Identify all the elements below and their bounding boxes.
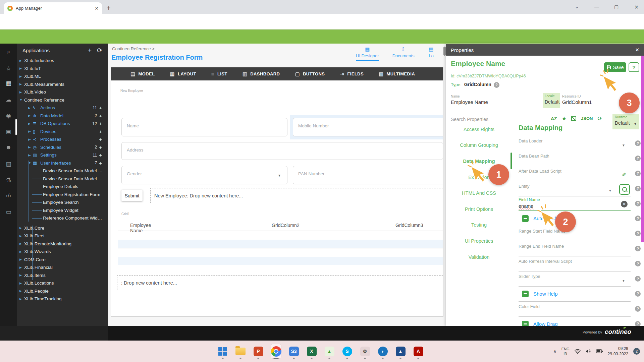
grid-column-header[interactable]: GridColumn2 [272,223,299,228]
category-validation[interactable]: Validation [446,249,512,265]
add-item-button[interactable]: + [99,113,102,119]
name-field[interactable]: Name Employee Name [451,95,540,107]
form-field-pan-number[interactable]: PAN Number [293,166,443,184]
tree-item-employee-search[interactable]: Employee Search [17,198,108,206]
refresh-icon[interactable]: ⟳ [97,47,102,54]
dropdown-caret-icon[interactable]: ▼ [622,143,625,147]
toolbar-fields-button[interactable]: ⇥FIELDS [340,71,364,77]
category-print-options[interactable]: Print Options [446,201,512,217]
taskbar-chrome-icon[interactable] [271,344,281,359]
dropdown-caret-icon[interactable]: ▼ [608,189,612,192]
notification-badge[interactable]: 2 [633,348,640,355]
tree-item-xlib-video[interactable]: ▶XLib.Video [17,88,108,96]
tree-item-employee-details[interactable]: Employee Details [17,183,108,191]
taskbar-snipping-icon[interactable]: ▲ [324,344,335,359]
field-help-icon[interactable]: ? [635,186,641,191]
tab-search-icon[interactable]: ⌄ [575,4,579,9]
field-help-icon[interactable]: ? [635,261,641,266]
prop-row-range-start-field-name[interactable]: Range Start Field Name? [519,226,631,241]
window-close-icon[interactable]: ✕ [634,4,639,10]
user-icon[interactable]: ☻ [0,144,17,151]
field-help-icon[interactable]: ? [635,140,641,146]
language-indicator[interactable]: ENGIN [561,347,570,356]
grid-column-header[interactable]: Employee Name [130,223,151,233]
tree-item-xlib-wizards[interactable]: ▶XLib.Wizards [17,248,108,256]
field-help-icon[interactable]: ? [635,156,641,161]
prop-row-allow-drag[interactable]: Allow Drag? [519,317,631,326]
tree-item-cdm-core[interactable]: ▶CDM.Core [17,256,108,264]
tree-item-actions[interactable]: ▶ϟActions11+ [17,104,108,112]
prop-row-color-field[interactable]: Color Field? [519,302,631,317]
tree-item-device-sensor-data-model-[interactable]: Device Sensor Data Model … [17,175,108,183]
tab-close-icon[interactable]: ✕ [95,6,99,11]
dropzone-new-employee[interactable]: New Employee: Drop new content here... [150,188,443,203]
tree-item-db-operations[interactable]: ▶≣DB Operations12+ [17,120,108,128]
lab-flask-icon[interactable]: ⚗ [0,176,17,183]
checkbox-indeterminate-icon[interactable] [522,215,529,222]
taskbar-file-explorer-icon[interactable] [235,344,246,359]
tab-lo[interactable]: ▤Lo [428,46,434,61]
tree-item-schedules[interactable]: ▶◷Schedules2+ [17,143,108,152]
clock[interactable]: 09:2929-03-2022 [608,346,628,357]
field-help-icon[interactable]: ? [635,201,641,206]
package-icon[interactable]: ▣ [0,128,17,135]
toolbar-list-button[interactable]: ≡LIST [211,71,227,77]
scrollbar-thumb[interactable] [443,47,446,56]
prop-row-range-end-field-name[interactable]: Range End Field Name? [519,241,631,256]
field-help-icon[interactable]: ? [635,231,641,236]
window-icon[interactable]: ▭ [0,208,17,216]
breadcrumb[interactable]: Contineo Reference > [112,46,155,51]
tree-item-devices[interactable]: ▶▯Devices+ [17,128,108,136]
prop-row-data-loader[interactable]: Data Loader▼? [519,136,631,151]
code-icon[interactable]: ‹/› [0,192,17,199]
panel-close-icon[interactable]: ✕ [635,47,639,53]
entity-search-button[interactable] [619,184,630,195]
tree-item-xlib-industries[interactable]: ▶XLib.Industries [17,57,108,65]
field-help-icon[interactable]: ? [635,276,641,282]
taskbar-powerpoint-icon[interactable]: P [253,344,264,359]
dropdown-caret-icon[interactable]: ▼ [622,279,625,283]
battery-icon[interactable] [596,349,603,353]
checkbox-indeterminate-icon[interactable] [522,321,529,326]
tree-item-xlib-core[interactable]: ▶XLib.Core [17,224,108,232]
prop-row-slider-type[interactable]: Slider Type▼? [519,272,631,287]
favorites-star-icon[interactable]: ☆ [0,65,17,72]
sort-az-icon[interactable]: AZ [551,116,557,121]
favorites-star-icon[interactable]: ★ [562,115,567,122]
add-item-button[interactable]: + [99,160,102,166]
add-item-button[interactable]: + [99,121,102,126]
media-ball-icon[interactable]: ◉ [0,112,17,119]
tree-item-xlib-people[interactable]: ▶XLib.People [17,287,108,295]
tree-item-xlib-financial[interactable]: ▶XLib.Financial [17,263,108,272]
prop-row-entity[interactable]: Entity▼? [519,181,631,196]
search-icon[interactable]: ⌕ [0,49,17,55]
field-help-icon[interactable]: ? [635,246,641,251]
contacts-card-icon[interactable]: ▤ [0,161,17,168]
volume-icon[interactable] [586,349,591,354]
cloud-icon[interactable]: ☁ [0,96,17,103]
add-item-button[interactable]: + [99,129,102,134]
tree-item-xlib-locations[interactable]: ▶XLib.Locations [17,279,108,287]
tree-item-device-sensor-data-model-[interactable]: Device Sensor Data Model … [17,167,108,175]
category-column-grouping[interactable]: Column Grouping [446,137,512,154]
toolbar-layout-button[interactable]: ▦LAYOUT [170,71,196,77]
add-item-button[interactable]: + [99,152,102,158]
refresh-icon[interactable]: ⟳ [597,115,602,122]
tree-item-xlib-timetracking[interactable]: ▶XLib.TimeTracking [17,295,108,303]
submit-button[interactable]: Submit [121,190,143,201]
clear-icon[interactable]: ✕ [621,201,628,207]
tree-item-processes[interactable]: ▶≺Processes+ [17,135,108,143]
hide-empty-icon[interactable] [571,116,576,121]
maximize-icon[interactable]: ▢ [614,4,619,9]
grid-column-header[interactable]: GridColumn3 [395,223,423,228]
tree-item-reference-component-wid-[interactable]: Reference Component Wid… [17,214,108,222]
prop-row-show-help[interactable]: Show Help? [519,287,631,302]
json-toggle[interactable]: JSON [581,116,593,121]
tree-item-xlib-ml[interactable]: ▶XLib.ML [17,72,108,80]
tree-item-settings[interactable]: ▶▥Settings11+ [17,151,108,159]
locale-field[interactable]: Locale Default [543,93,560,108]
add-item-button[interactable]: + [99,144,102,150]
browser-tab[interactable]: App Manager ✕ [4,2,102,14]
tree-item-contineo-reference[interactable]: ▼Contineo Reference [17,96,108,104]
tab-documents[interactable]: ⇩Documents [392,46,415,61]
